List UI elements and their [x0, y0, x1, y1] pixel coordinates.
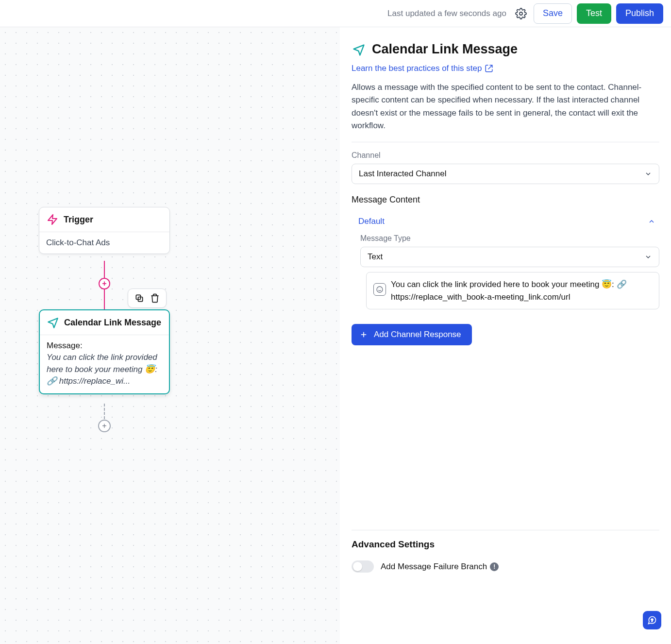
chevron-down-icon	[644, 170, 652, 178]
failure-branch-toggle[interactable]	[352, 560, 374, 573]
dashed-connector	[104, 404, 105, 419]
last-updated-text: Last updated a few seconds ago	[387, 9, 506, 18]
message-type-value: Text	[368, 252, 383, 262]
panel-description: Allows a message with the specified cont…	[352, 81, 659, 142]
add-step-end-button[interactable]: +	[98, 420, 111, 432]
delete-icon[interactable]	[150, 293, 160, 304]
svg-text:?: ?	[651, 618, 653, 623]
message-content-label: Message Content	[352, 195, 659, 205]
node-toolbar	[128, 288, 167, 308]
message-content-input[interactable]: You can click the link provided here to …	[366, 272, 659, 309]
info-icon[interactable]: !	[490, 562, 499, 571]
send-message-node[interactable]: Calendar Link Message Message: You can c…	[39, 309, 170, 394]
chevron-down-icon	[644, 253, 652, 261]
channel-select-value: Last Interacted Channel	[359, 169, 447, 179]
learn-best-practices-link[interactable]: Learn the best practices of this step	[352, 64, 659, 73]
message-preview: You can click the link provided here to …	[47, 352, 162, 388]
advanced-settings-title: Advanced Settings	[352, 539, 659, 550]
failure-branch-label: Add Message Failure Branch	[381, 562, 487, 572]
help-button[interactable]: ?	[643, 611, 661, 629]
svg-marker-1	[48, 215, 57, 224]
default-section-toggle[interactable]: Default	[352, 212, 659, 231]
add-channel-response-button[interactable]: Add Channel Response	[352, 324, 472, 345]
message-label: Message:	[47, 341, 162, 351]
message-body-text: You can click the link provided here to …	[391, 278, 652, 303]
channel-label: Channel	[352, 151, 659, 160]
message-type-select[interactable]: Text	[360, 247, 659, 267]
panel-title: Calendar Link Message	[372, 42, 518, 57]
send-message-title: Calendar Link Message	[64, 318, 161, 328]
step-config-panel: Calendar Link Message Learn the best pra…	[340, 27, 671, 644]
save-button[interactable]: Save	[534, 3, 572, 24]
lightning-icon	[46, 213, 59, 226]
send-icon	[47, 316, 59, 329]
plus-icon	[359, 330, 368, 339]
emoji-picker-icon[interactable]	[373, 283, 386, 296]
send-icon	[352, 42, 366, 57]
svg-point-0	[520, 12, 522, 15]
svg-point-4	[377, 287, 383, 292]
message-type-label: Message Type	[360, 234, 659, 243]
trigger-title: Trigger	[64, 215, 93, 225]
add-step-button[interactable]: +	[99, 278, 110, 289]
trigger-node[interactable]: Trigger Click-to-Chat Ads	[39, 207, 170, 254]
publish-button[interactable]: Publish	[616, 3, 663, 24]
chevron-up-icon	[648, 218, 655, 225]
trigger-body: Click-to-Chat Ads	[39, 232, 169, 254]
default-label: Default	[358, 217, 385, 226]
test-button[interactable]: Test	[577, 3, 611, 24]
duplicate-icon[interactable]	[134, 293, 145, 304]
channel-select[interactable]: Last Interacted Channel	[352, 164, 659, 184]
workflow-canvas[interactable]: Trigger Click-to-Chat Ads +	[0, 27, 340, 644]
settings-icon[interactable]	[513, 6, 529, 21]
